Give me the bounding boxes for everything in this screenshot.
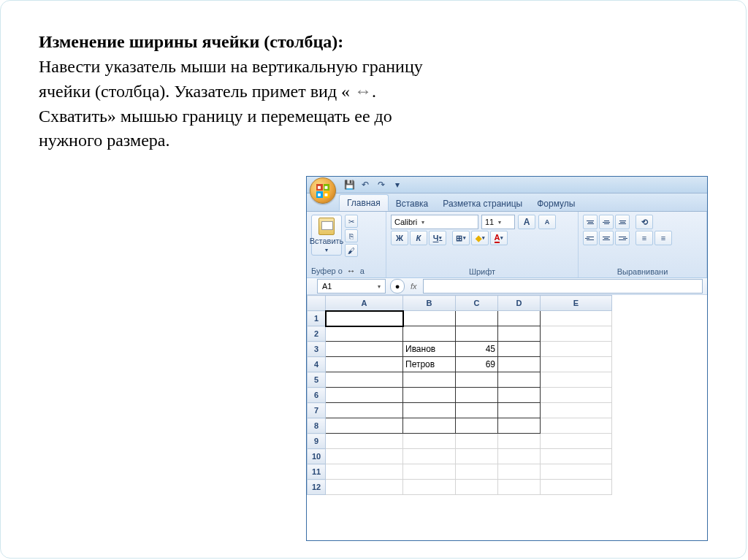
align-left-icon[interactable] — [583, 231, 598, 245]
row-header-12[interactable]: 12 — [308, 480, 326, 495]
column-header-B[interactable]: B — [403, 296, 456, 311]
cell-E1[interactable] — [541, 311, 612, 326]
redo-icon[interactable]: ↷ — [375, 179, 387, 191]
cell-E9[interactable] — [541, 434, 612, 449]
underline-button[interactable]: Ч▾ — [429, 231, 446, 245]
cell-B3[interactable]: Иванов — [403, 342, 456, 357]
column-header-A[interactable]: A — [326, 296, 403, 311]
cell-B1[interactable] — [403, 311, 456, 326]
paste-button[interactable]: Вставить ▾ — [311, 215, 342, 256]
row-header-4[interactable]: 4 — [308, 357, 326, 372]
decrease-font-icon[interactable]: A — [538, 215, 556, 229]
tab-insert[interactable]: Вставка — [389, 196, 436, 211]
cell-D2[interactable] — [498, 326, 541, 342]
cell-B11[interactable] — [403, 464, 456, 480]
namebox-expand-icon[interactable]: ● — [390, 279, 405, 294]
qat-dropdown-icon[interactable]: ▾ — [392, 179, 403, 191]
column-header-D[interactable]: D — [498, 296, 541, 311]
cell-A9[interactable] — [326, 434, 403, 449]
cell-D5[interactable] — [498, 372, 541, 388]
cell-C12[interactable] — [456, 480, 498, 495]
cell-E10[interactable] — [541, 449, 612, 464]
cell-A10[interactable] — [326, 449, 403, 464]
name-box[interactable]: A1▾ — [317, 279, 386, 294]
format-painter-icon[interactable]: 🖌 — [345, 244, 358, 257]
increase-font-icon[interactable]: A — [518, 215, 535, 229]
cell-A12[interactable] — [326, 480, 403, 495]
cell-D3[interactable] — [498, 342, 541, 357]
cell-A6[interactable] — [326, 388, 403, 403]
row-header-10[interactable]: 10 — [308, 449, 326, 464]
align-center-icon[interactable] — [599, 231, 614, 245]
row-header-11[interactable]: 11 — [308, 464, 326, 480]
tab-page-layout[interactable]: Разметка страницы — [435, 196, 530, 211]
office-button[interactable]: ■■ ■■ — [310, 177, 336, 204]
cell-A2[interactable] — [326, 326, 403, 342]
row-header-8[interactable]: 8 — [308, 418, 326, 434]
font-size-combo[interactable]: 11▾ — [481, 215, 515, 229]
row-header-2[interactable]: 2 — [308, 326, 326, 342]
align-top-icon[interactable] — [583, 215, 598, 229]
cell-C4[interactable]: 69 — [456, 357, 498, 372]
cell-C3[interactable]: 45 — [456, 342, 498, 357]
cell-A5[interactable] — [326, 372, 403, 388]
cell-A3[interactable] — [326, 342, 403, 357]
cell-B5[interactable] — [403, 372, 456, 388]
cell-D7[interactable] — [498, 403, 541, 418]
row-header-9[interactable]: 9 — [308, 434, 326, 449]
select-all-corner[interactable] — [308, 296, 326, 311]
row-header-7[interactable]: 7 — [308, 403, 326, 418]
cell-D12[interactable] — [498, 480, 541, 495]
cell-E4[interactable] — [541, 357, 612, 372]
cell-C10[interactable] — [456, 449, 498, 464]
row-header-5[interactable]: 5 — [308, 372, 326, 388]
fill-button[interactable]: ◆▾ — [471, 231, 489, 245]
worksheet-grid[interactable]: ABCDE123Иванов454Петров6956789101112 — [307, 295, 707, 495]
cell-A7[interactable] — [326, 403, 403, 418]
row-header-3[interactable]: 3 — [308, 342, 326, 357]
cell-B8[interactable] — [403, 418, 456, 434]
cell-B2[interactable] — [403, 326, 456, 342]
cell-C5[interactable] — [456, 372, 498, 388]
cut-icon[interactable]: ✂ — [345, 215, 358, 228]
cell-B12[interactable] — [403, 480, 456, 495]
align-bottom-icon[interactable] — [615, 215, 630, 229]
align-right-icon[interactable] — [615, 231, 630, 245]
cell-E12[interactable] — [541, 480, 612, 495]
tab-home[interactable]: Главная — [339, 194, 389, 211]
cell-D1[interactable] — [498, 311, 541, 326]
cell-C8[interactable] — [456, 418, 498, 434]
increase-indent-icon[interactable]: ≡ — [654, 231, 672, 245]
decrease-indent-icon[interactable]: ≡ — [636, 231, 653, 245]
cell-C7[interactable] — [456, 403, 498, 418]
save-icon[interactable]: 💾 — [343, 179, 355, 191]
orientation-icon[interactable]: ⟲ — [636, 215, 653, 229]
cell-E2[interactable] — [541, 326, 612, 342]
cell-E6[interactable] — [541, 388, 612, 403]
font-color-button[interactable]: A▾ — [490, 231, 508, 245]
cell-D4[interactable] — [498, 357, 541, 372]
italic-button[interactable]: К — [410, 231, 427, 245]
cell-B9[interactable] — [403, 434, 456, 449]
cell-A4[interactable] — [326, 357, 403, 372]
cell-B10[interactable] — [403, 449, 456, 464]
bold-button[interactable]: Ж — [391, 231, 408, 245]
cell-D10[interactable] — [498, 449, 541, 464]
cell-A11[interactable] — [326, 464, 403, 480]
font-name-combo[interactable]: Calibri▾ — [391, 215, 478, 229]
cell-D9[interactable] — [498, 434, 541, 449]
row-header-1[interactable]: 1 — [308, 311, 326, 326]
border-button[interactable]: ⊞▾ — [452, 231, 470, 245]
cell-E11[interactable] — [541, 464, 612, 480]
cell-C2[interactable] — [456, 326, 498, 342]
cell-D11[interactable] — [498, 464, 541, 480]
cell-A8[interactable] — [326, 418, 403, 434]
cell-D8[interactable] — [498, 418, 541, 434]
formula-input[interactable] — [423, 279, 703, 294]
row-header-6[interactable]: 6 — [308, 388, 326, 403]
cell-C6[interactable] — [456, 388, 498, 403]
cell-B6[interactable] — [403, 388, 456, 403]
column-header-C[interactable]: C — [456, 296, 498, 311]
copy-icon[interactable]: ⎘ — [345, 229, 358, 242]
undo-icon[interactable]: ↶ — [359, 179, 371, 191]
